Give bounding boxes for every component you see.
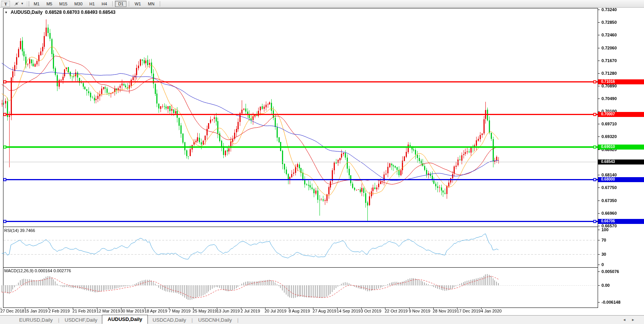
tab-audusd[interactable]: AUDUSD,Daily bbox=[102, 315, 148, 324]
timeframe-button-h4[interactable]: H4 bbox=[98, 1, 110, 7]
text-tool-glyph: T bbox=[4, 2, 7, 6]
timeframe-button-group: M1M5M15M30H1H4D1W1MN bbox=[30, 1, 162, 7]
chart-canvas[interactable] bbox=[0, 0, 644, 324]
tab-separator: | bbox=[237, 317, 238, 323]
text-label-tool-button[interactable]: T bbox=[2, 1, 10, 7]
trading-terminal-window: T ▼ M1M5M15M30H1H4D1W1MN ▼ AUDUSD,Daily … bbox=[0, 0, 644, 324]
timeframe-button-m30[interactable]: M30 bbox=[71, 1, 85, 7]
tab-eurusd[interactable]: EURUSD,Daily bbox=[15, 316, 57, 324]
arrows-tool-button[interactable]: ▼ bbox=[14, 1, 24, 6]
timeframe-button-h1[interactable]: H1 bbox=[86, 1, 98, 7]
tab-scroll-right-icon[interactable]: ► bbox=[631, 318, 640, 322]
timeframe-button-d1[interactable]: D1 bbox=[115, 1, 126, 7]
timeframe-button-w1[interactable]: W1 bbox=[131, 1, 144, 7]
chevron-down-icon: ▼ bbox=[21, 2, 24, 5]
toolbar-separator bbox=[129, 1, 129, 7]
symbol-tab-bar: EURUSD,Daily|USDCHF,DailyAUDUSD,DailyUSD… bbox=[0, 315, 644, 324]
toolbar-grip bbox=[27, 1, 29, 7]
timeframe-button-m15[interactable]: M15 bbox=[56, 1, 70, 7]
toolbar-separator bbox=[112, 1, 113, 7]
timeframe-button-m5[interactable]: M5 bbox=[43, 1, 55, 7]
tab-separator: | bbox=[192, 317, 193, 323]
timeframe-button-mn[interactable]: MN bbox=[145, 1, 157, 7]
timeframe-button-m1[interactable]: M1 bbox=[31, 1, 43, 7]
tab-usdcad[interactable]: USDCAD,Daily bbox=[148, 316, 190, 324]
toolbar-separator bbox=[160, 1, 160, 7]
tab-usdchf[interactable]: USDCHF,Daily bbox=[60, 316, 102, 324]
tab-usdcnh[interactable]: USDCNH,Daily bbox=[193, 316, 236, 324]
arrows-icon bbox=[14, 1, 20, 6]
chart-toolbar: T ▼ M1M5M15M30H1H4D1W1MN bbox=[0, 0, 644, 8]
tab-separator: | bbox=[58, 317, 59, 323]
tab-scroll-left-icon[interactable]: ◄ bbox=[623, 318, 631, 322]
